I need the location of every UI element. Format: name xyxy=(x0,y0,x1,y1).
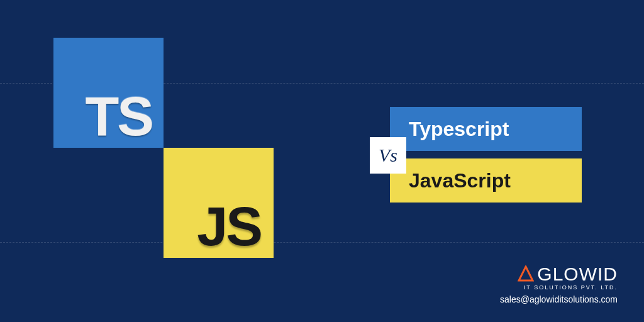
brand-block: GLOWID IT SOLUTIONS PVT. LTD. sales@aglo… xyxy=(500,264,618,304)
decorative-dashed-line-bottom xyxy=(0,242,644,243)
brand-tagline: IT SOLUTIONS PVT. LTD. xyxy=(500,284,618,291)
vs-badge: Vs xyxy=(370,137,406,174)
typescript-label: Typescript xyxy=(390,107,582,151)
javascript-label-text: JavaScript xyxy=(409,169,511,192)
typescript-logo-text: TS xyxy=(86,89,152,144)
javascript-logo-box: JS xyxy=(164,148,274,258)
javascript-logo-text: JS xyxy=(197,199,261,254)
javascript-label: JavaScript xyxy=(390,158,582,203)
typescript-logo-box: TS xyxy=(53,38,164,148)
brand-triangle-icon xyxy=(518,265,534,285)
brand-email: sales@aglowiditsolutions.com xyxy=(500,294,618,304)
brand-name-text: GLOWID xyxy=(537,265,618,284)
typescript-label-text: Typescript xyxy=(409,118,509,141)
brand-name-row: GLOWID xyxy=(500,264,618,284)
vs-badge-text: Vs xyxy=(379,145,397,166)
